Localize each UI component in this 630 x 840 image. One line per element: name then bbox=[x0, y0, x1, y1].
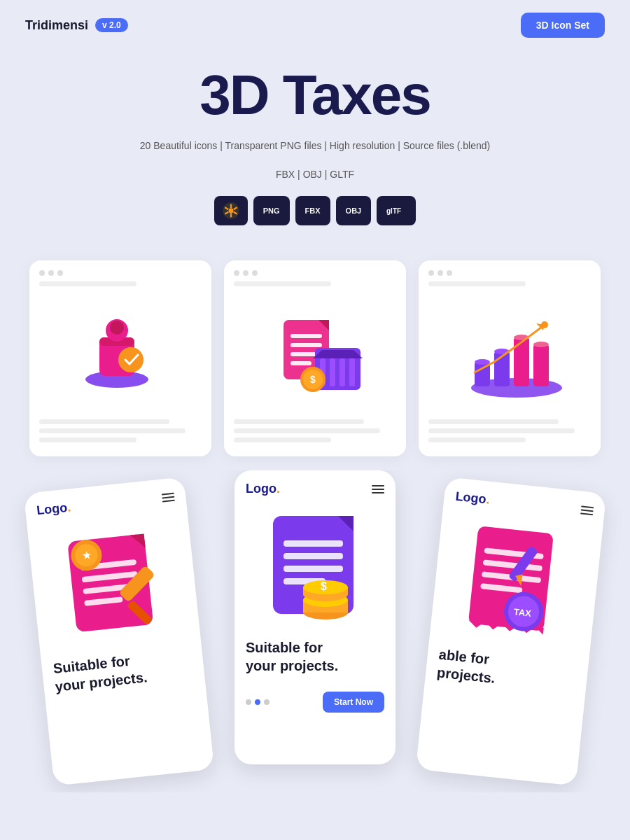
svg-rect-18 bbox=[290, 334, 322, 338]
svg-rect-56 bbox=[284, 553, 343, 559]
chart-icon-area bbox=[428, 290, 591, 419]
svg-text:★: ★ bbox=[82, 550, 92, 561]
hero-title: 3D Taxes bbox=[0, 64, 630, 126]
version-badge: v 2.0 bbox=[95, 18, 128, 32]
svg-rect-21 bbox=[290, 361, 312, 365]
svg-point-34 bbox=[475, 359, 490, 365]
dot bbox=[252, 270, 258, 276]
phone-logo: Logo. bbox=[36, 500, 71, 519]
suitable-heading: Suitable foryour projects. bbox=[246, 638, 384, 675]
phone-icon-area: $ bbox=[234, 502, 396, 631]
card-dots bbox=[234, 270, 258, 276]
dot bbox=[438, 270, 443, 276]
card-line bbox=[234, 281, 331, 286]
right-phone-card: Logo. bbox=[416, 477, 607, 787]
tax-receipt-illustration: TAX bbox=[454, 518, 578, 648]
card-line bbox=[39, 419, 169, 424]
svg-rect-57 bbox=[284, 566, 343, 572]
logo-dot: . bbox=[66, 500, 71, 514]
brand: Tridimensi v 2.0 bbox=[25, 18, 128, 33]
phone-icon-area: ★ bbox=[27, 508, 200, 654]
start-now-button[interactable]: Start Now bbox=[323, 692, 384, 713]
svg-text:$: $ bbox=[310, 374, 316, 385]
dot bbox=[234, 270, 239, 276]
phone-logo: Logo. bbox=[246, 482, 280, 496]
stamp-illustration bbox=[71, 309, 169, 400]
center-phone-card: Logo. bbox=[234, 470, 396, 764]
hamburger-line bbox=[372, 492, 384, 493]
brand-name: Tridimensi bbox=[25, 18, 88, 33]
hero-description-line1: 20 Beautiful icons | Transparent PNG fil… bbox=[0, 137, 630, 155]
hamburger-line bbox=[372, 485, 384, 486]
tax-building-illustration: $ bbox=[262, 309, 368, 400]
svg-rect-39 bbox=[533, 344, 549, 386]
fbx-badge: FBX bbox=[295, 196, 330, 225]
logo-dot: . bbox=[485, 493, 490, 507]
phone-header: Logo. bbox=[234, 470, 396, 502]
card-lines-bottom bbox=[234, 419, 396, 447]
invoice-coin-illustration: $ bbox=[259, 509, 371, 628]
obj-badge: OBJ bbox=[336, 196, 372, 225]
card-line bbox=[428, 438, 526, 442]
hamburger-menu[interactable] bbox=[162, 493, 175, 503]
phone-pagination-dots bbox=[246, 699, 270, 705]
card-dots bbox=[428, 270, 452, 276]
card-lines-bottom bbox=[428, 419, 591, 447]
svg-rect-55 bbox=[284, 540, 343, 547]
chart-card bbox=[419, 260, 601, 456]
svg-rect-27 bbox=[349, 358, 355, 386]
svg-text:$: $ bbox=[321, 580, 327, 592]
card-line bbox=[39, 281, 136, 286]
card-line bbox=[428, 419, 559, 424]
header: Tridimensi v 2.0 3D Icon Set bbox=[0, 0, 630, 50]
hamburger-line bbox=[162, 496, 174, 499]
pagination-dot-active bbox=[255, 699, 260, 705]
card-line bbox=[39, 428, 186, 433]
card-line bbox=[234, 419, 364, 424]
svg-point-42 bbox=[541, 321, 548, 328]
stamp-icon-area bbox=[39, 290, 202, 419]
suitable-heading: able forprojects. bbox=[436, 645, 578, 696]
card-lines-bottom bbox=[39, 419, 202, 447]
svg-rect-25 bbox=[330, 358, 335, 386]
hamburger-menu[interactable] bbox=[372, 485, 384, 493]
svg-point-15 bbox=[121, 350, 141, 370]
hamburger-menu[interactable] bbox=[580, 505, 594, 515]
png-badge: PNG bbox=[253, 196, 290, 225]
tax-building-icon-area: $ bbox=[234, 290, 396, 419]
svg-point-40 bbox=[533, 342, 549, 347]
svg-text:glTF: glTF bbox=[386, 207, 401, 215]
hero-section: 3D Taxes 20 Beautiful icons | Transparen… bbox=[0, 50, 630, 246]
dot bbox=[447, 270, 452, 276]
phone-logo: Logo. bbox=[455, 489, 491, 507]
phone-suitable-text: Suitable foryour projects. bbox=[234, 631, 396, 686]
icon-set-button[interactable]: 3D Icon Set bbox=[521, 13, 605, 38]
hamburger-line bbox=[372, 489, 384, 490]
logo-dot: . bbox=[276, 482, 280, 496]
svg-rect-26 bbox=[340, 358, 345, 386]
svg-rect-19 bbox=[290, 343, 322, 347]
card-line bbox=[39, 438, 136, 442]
blender-badge bbox=[214, 196, 248, 225]
card-line bbox=[428, 281, 526, 286]
format-badges: PNG FBX OBJ glTF bbox=[0, 196, 630, 225]
hamburger-line bbox=[581, 505, 594, 508]
dot bbox=[243, 270, 248, 276]
hamburger-line bbox=[162, 493, 174, 496]
suitable-heading: Suitable foryour projects. bbox=[52, 645, 194, 696]
pagination-dot bbox=[246, 699, 251, 705]
phone-icon-area: TAX bbox=[430, 508, 603, 654]
phones-section: Logo. ★ bbox=[0, 470, 630, 792]
card-line bbox=[234, 428, 380, 433]
pagination-dot bbox=[264, 699, 270, 705]
tax-building-card: $ bbox=[224, 260, 406, 456]
gltf-badge: glTF bbox=[377, 196, 416, 225]
hamburger-line bbox=[580, 512, 593, 515]
svg-text:TAX: TAX bbox=[513, 607, 532, 620]
svg-point-13 bbox=[110, 321, 124, 335]
award-document-illustration: ★ bbox=[52, 518, 176, 648]
dot bbox=[48, 270, 54, 276]
stamp-card bbox=[29, 260, 211, 456]
card-line bbox=[234, 438, 331, 442]
dot bbox=[428, 270, 434, 276]
